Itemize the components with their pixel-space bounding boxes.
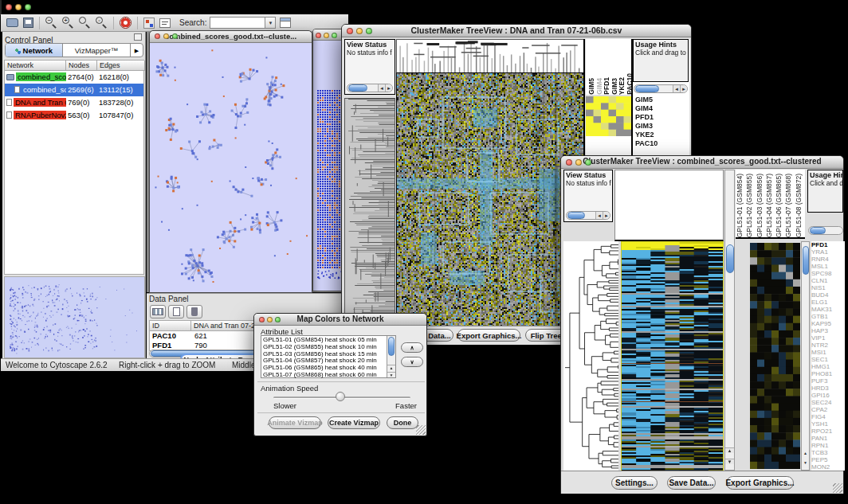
settings-button[interactable]: Settings... [611,476,658,490]
network-tree-row[interactable]: RNAPuberNov2+563(0)107847(0) [5,109,143,122]
minimize-button[interactable] [163,33,169,39]
scroll-up-icon[interactable]: ▲ [802,451,809,455]
column-dendrogram[interactable] [396,39,584,74]
gene-label[interactable]: GPI16 [811,392,845,399]
row-label[interactable]: GIM5 [635,96,658,104]
attribute-list-vscrollbar[interactable]: ▲ ▼ [387,336,395,377]
network-tree-row[interactable]: combined_scores2764(0)16218(0) [5,71,143,84]
attribute-list-item[interactable]: GPL51-07 (GSM868) heat shock 60 min [263,372,394,379]
zoom-out-icon[interactable]: − [45,17,57,29]
close-button[interactable] [566,159,572,166]
resize-grip[interactable] [416,425,426,435]
row-label[interactable]: GIM4 [635,104,658,113]
column-header-id[interactable]: ID [150,321,191,331]
minimize-button[interactable] [15,4,22,10]
tab-overflow-arrow[interactable]: ▶ [130,44,143,57]
search-input[interactable] [210,17,265,29]
network-view-window[interactable]: combined_scores_good.txt--cluste... [149,30,312,293]
row-dendrogram[interactable] [344,98,395,327]
global-heatmap[interactable] [396,72,584,327]
slider-thumb[interactable] [336,392,345,401]
gene-label[interactable]: NIS1 [811,284,845,291]
export-graphics-button[interactable]: Export Graphics... [726,476,794,490]
move-up-button[interactable]: ∧ [401,342,423,353]
resize-grip[interactable] [833,483,842,493]
gene-label[interactable]: HAP3 [811,327,845,334]
close-button[interactable] [347,28,353,34]
gene-label[interactable]: SEC24 [811,399,845,406]
close-button[interactable] [259,317,265,322]
scroll-down-icon[interactable]: ▼ [387,372,395,377]
network-tree-row[interactable]: DNA and Tran 07769(0)183728(0) [5,96,143,109]
gene-list-vscrollbar[interactable]: ▲ ▼ [801,241,810,471]
zoom-fit-icon[interactable]: ▫ [96,17,108,29]
network-canvas[interactable] [150,43,312,292]
gene-label[interactable]: MSI1 [811,349,845,356]
zoom-button[interactable] [172,33,178,39]
network-tree-row[interactable]: combined_sco2569(6)13112(15) [5,84,143,96]
gene-label[interactable]: SEC1 [811,356,845,363]
create-vizmap-button[interactable]: Create Vizmap [328,416,380,429]
attribute-list-item[interactable]: GPL51-06 (GSM865) heat shock 40 min [263,365,394,372]
gene-label[interactable]: KAP95 [811,320,845,327]
attribute-list-item[interactable]: GPL51-01 (GSM854) heat shock 05 min [263,337,394,344]
gene-label[interactable]: PEP5 [811,456,845,463]
open-session-icon[interactable] [6,18,18,27]
column-header-nodes[interactable]: Nodes [66,61,97,71]
gene-label[interactable]: CPA2 [811,406,845,413]
global-heatmap[interactable] [621,241,724,472]
table-mode-icon[interactable] [150,305,166,318]
row-label[interactable]: PAC10 [635,139,658,148]
close-button[interactable] [6,4,12,10]
zoom-button[interactable] [332,33,337,38]
view-status-scrollbar[interactable]: ◄► [347,84,393,92]
gene-label[interactable]: NTR2 [811,342,845,349]
column-header-network[interactable]: Network [5,61,66,71]
zoom-heatmap[interactable] [750,243,800,469]
annotation-icon[interactable] [159,18,171,28]
gene-label[interactable]: PUF3 [811,377,845,385]
help-lifesaver-icon[interactable] [120,17,132,29]
row-label[interactable]: YKE2 [635,131,658,139]
attribute-listbox[interactable]: GPL51-01 (GSM854) heat shock 05 minGPL51… [261,335,396,378]
float-panel-icon[interactable] [134,33,142,41]
row-label[interactable]: PFD1 [635,113,658,122]
minimize-button[interactable] [356,28,363,34]
close-button[interactable] [155,33,160,39]
gene-label[interactable]: YRA1 [811,248,845,256]
move-down-button[interactable]: ∨ [401,357,423,367]
zoom-button[interactable] [585,159,591,166]
network-overview-thumbnail[interactable] [4,276,145,358]
attribute-list-item[interactable]: GPL51-02 (GSM855) heat shock 10 min [263,344,394,351]
gene-label[interactable]: HRD3 [811,385,845,392]
save-data-button[interactable]: Save Data... [667,476,716,490]
minimize-button[interactable] [575,159,582,166]
save-session-icon[interactable] [23,18,33,28]
scroll-up-icon[interactable]: ▲ [725,447,734,453]
scroll-down-icon[interactable]: ▼ [725,459,734,464]
zoom-in-icon[interactable]: + [62,17,74,29]
gene-label[interactable]: PHO81 [811,370,845,377]
attribute-browser-icon[interactable] [280,18,291,28]
minimize-button[interactable] [324,33,329,38]
scroll-down-icon[interactable]: ▼ [802,460,809,465]
treeview2-titlebar[interactable]: ClusterMaker TreeView : combined_scores_… [561,156,843,169]
gene-label[interactable]: MSL1 [811,263,845,270]
view-status-scrollbar[interactable]: ◄► [566,211,610,220]
gene-label[interactable]: MON2 [811,463,845,471]
done-button[interactable]: Done [387,416,418,429]
gene-label[interactable]: SPC98 [811,270,845,277]
minimize-button[interactable] [267,317,273,322]
gene-label[interactable]: CLN1 [811,277,845,284]
attribute-list-item[interactable]: GPL51-04 (GSM857) heat shock 20 min [263,357,394,365]
row-dendrogram[interactable] [563,241,618,471]
zoom-panel-hscrollbar[interactable]: ◄► [634,84,688,93]
animate-vizmap-button[interactable]: Animate Vizmap [269,416,321,429]
new-attribute-icon[interactable] [168,305,184,318]
zoom-button[interactable] [275,317,281,322]
gene-label[interactable]: RNR4 [811,256,845,263]
row-label[interactable]: GIM3 [635,122,658,131]
plugin-icon[interactable] [143,18,155,29]
treeview1-titlebar[interactable]: ClusterMaker TreeView : DNA and Tran 07-… [342,25,691,37]
gene-label[interactable]: PFD1 [811,241,845,248]
